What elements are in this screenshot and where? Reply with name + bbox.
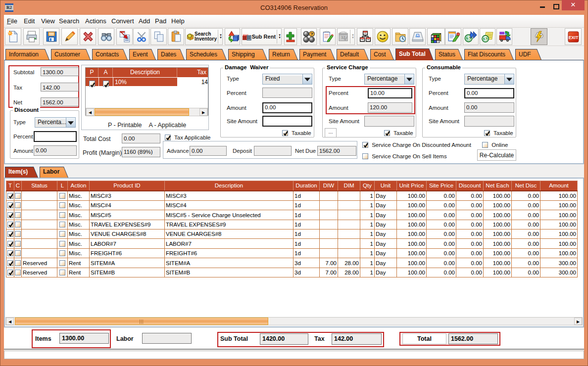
svg-text:$: $ <box>467 35 470 41</box>
svg-text:$: $ <box>484 36 487 42</box>
svg-text:A: A <box>416 33 419 38</box>
svg-text:EXIT: EXIT <box>568 35 578 40</box>
svg-text:?: ? <box>310 31 313 37</box>
